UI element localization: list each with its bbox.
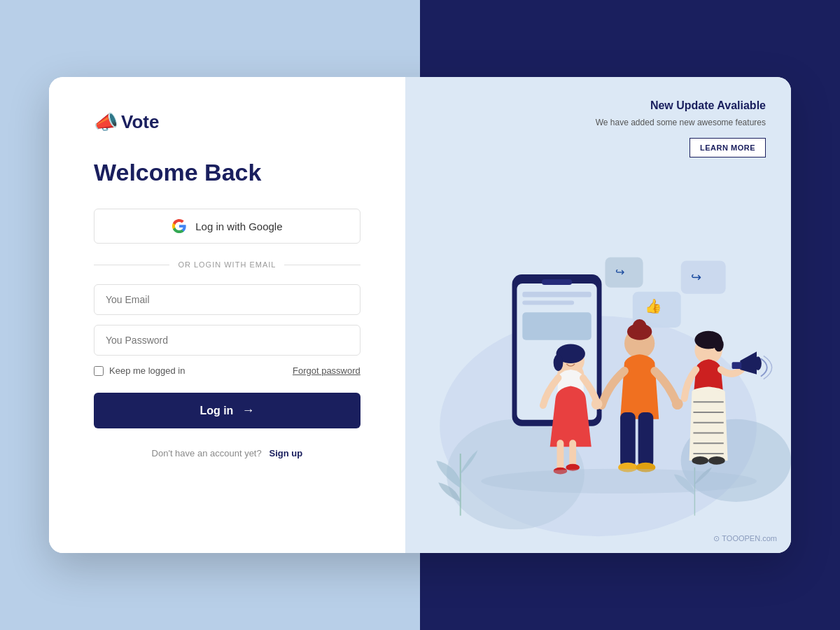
svg-text:👍: 👍 <box>644 298 662 314</box>
divider: OR LOGIN WITH EMAIL <box>94 260 360 269</box>
signup-link[interactable]: Sign up <box>270 448 303 458</box>
divider-line-left <box>94 265 169 265</box>
update-desc: We have added some new awesome features <box>596 116 766 130</box>
password-input[interactable] <box>94 325 360 356</box>
divider-line-right <box>284 265 360 265</box>
svg-point-44 <box>755 356 762 370</box>
left-panel: 📣 Vote Welcome Back Log in with Google O… <box>49 77 405 553</box>
svg-rect-21 <box>556 440 564 470</box>
svg-rect-9 <box>522 301 574 305</box>
update-box: New Update Avaliable We have added some … <box>596 99 766 158</box>
keep-logged-text: Keep me logged in <box>109 365 185 376</box>
google-login-button[interactable]: Log in with Google <box>94 209 360 244</box>
forgot-password-button[interactable]: Forgot password <box>293 365 360 376</box>
keep-logged-checkbox[interactable] <box>94 366 104 376</box>
logo-icon: 📣 <box>94 111 118 134</box>
signup-prompt: Don't have an account yet? <box>152 448 262 458</box>
logo: 📣 Vote <box>94 111 159 134</box>
svg-point-42 <box>708 456 725 465</box>
welcome-title: Welcome Back <box>94 159 261 186</box>
svg-point-45 <box>592 398 603 410</box>
svg-rect-28 <box>620 412 636 468</box>
svg-text:↪: ↪ <box>691 270 701 284</box>
svg-point-47 <box>481 469 757 493</box>
login-button-label: Log in <box>200 405 233 417</box>
right-panel: New Update Avaliable We have added some … <box>405 77 791 553</box>
illustration-svg: 👍 ↪ ↪ <box>405 182 791 553</box>
svg-point-20 <box>553 354 563 371</box>
options-row: Keep me logged in Forgot password <box>94 365 360 376</box>
watermark: ⊙ TOOOPEN.com <box>713 534 777 543</box>
keep-logged-label[interactable]: Keep me logged in <box>94 365 185 376</box>
svg-rect-29 <box>638 412 653 468</box>
illustration: 👍 ↪ ↪ <box>405 182 791 553</box>
svg-rect-10 <box>522 312 591 340</box>
logo-text: Vote <box>121 111 159 133</box>
svg-rect-43 <box>732 362 741 369</box>
signup-row: Don't have an account yet? Sign up <box>94 448 360 458</box>
divider-text: OR LOGIN WITH EMAIL <box>178 260 276 269</box>
svg-point-27 <box>633 319 647 333</box>
email-input[interactable] <box>94 284 360 315</box>
login-button[interactable]: Log in → <box>94 393 360 428</box>
login-card: 📣 Vote Welcome Back Log in with Google O… <box>49 77 791 553</box>
google-icon <box>172 218 187 234</box>
svg-rect-13 <box>681 260 726 293</box>
svg-point-41 <box>692 456 708 465</box>
svg-rect-22 <box>569 440 576 467</box>
svg-point-46 <box>672 398 683 410</box>
svg-rect-8 <box>522 292 591 298</box>
learn-more-button[interactable]: LEARN MORE <box>690 138 766 158</box>
svg-point-34 <box>714 338 724 352</box>
svg-text:↪: ↪ <box>615 266 624 278</box>
google-button-label: Log in with Google <box>195 220 282 232</box>
update-title: New Update Avaliable <box>596 99 766 112</box>
svg-rect-7 <box>542 279 572 285</box>
arrow-icon: → <box>241 403 254 418</box>
